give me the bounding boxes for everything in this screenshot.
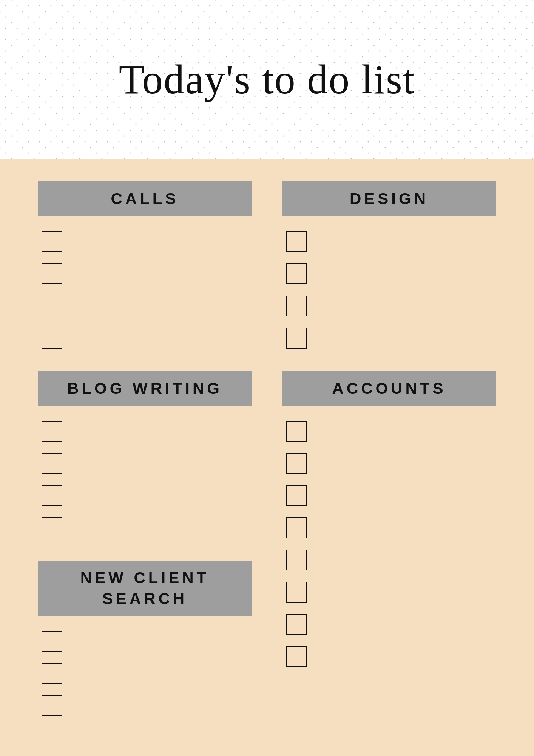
list-item: [42, 421, 252, 442]
list-item: [286, 614, 496, 635]
checkbox[interactable]: [42, 631, 62, 652]
new-client-search-header: NEW CLIENTSEARCH: [38, 561, 252, 616]
right-column: DESIGN ACCOUNTS: [282, 181, 496, 739]
blog-writing-checkboxes: [38, 421, 252, 538]
list-item: [42, 296, 252, 316]
checkbox[interactable]: [286, 421, 307, 442]
list-item: [286, 296, 496, 316]
checkbox[interactable]: [286, 231, 307, 252]
new-client-search-checkboxes: [38, 631, 252, 716]
checkbox[interactable]: [286, 646, 307, 667]
accounts-checkboxes: [282, 421, 496, 667]
list-item: [42, 695, 252, 716]
checkbox[interactable]: [286, 296, 307, 316]
main-content: CALLS BLOG WRITING: [0, 159, 534, 756]
checkbox[interactable]: [286, 263, 307, 284]
list-item: [42, 328, 252, 349]
list-item: [42, 517, 252, 538]
checkbox[interactable]: [42, 421, 62, 442]
design-header: DESIGN: [282, 181, 496, 216]
header-section: Today's to do list: [0, 0, 534, 159]
checkbox[interactable]: [286, 485, 307, 506]
list-item: [42, 631, 252, 652]
checkbox[interactable]: [42, 485, 62, 506]
checkbox[interactable]: [286, 614, 307, 635]
left-column: CALLS BLOG WRITING: [38, 181, 252, 739]
list-item: [42, 263, 252, 284]
calls-header: CALLS: [38, 181, 252, 216]
list-item: [286, 646, 496, 667]
checkbox[interactable]: [42, 517, 62, 538]
checkbox[interactable]: [286, 550, 307, 570]
checkbox[interactable]: [42, 231, 62, 252]
checkbox[interactable]: [286, 328, 307, 349]
list-item: [42, 231, 252, 252]
list-item: [286, 582, 496, 603]
list-item: [286, 328, 496, 349]
list-item: [286, 517, 496, 538]
checkbox[interactable]: [286, 582, 307, 603]
design-checkboxes: [282, 231, 496, 349]
list-item: [286, 421, 496, 442]
checkbox[interactable]: [42, 695, 62, 716]
checkbox[interactable]: [42, 263, 62, 284]
checkbox[interactable]: [42, 328, 62, 349]
list-item: [42, 453, 252, 474]
checkbox[interactable]: [42, 296, 62, 316]
list-item: [42, 663, 252, 684]
list-item: [286, 231, 496, 252]
calls-checkboxes: [38, 231, 252, 349]
list-item: [286, 263, 496, 284]
accounts-header: ACCOUNTS: [282, 371, 496, 406]
blog-writing-header: BLOG WRITING: [38, 371, 252, 406]
page-title: Today's to do list: [119, 56, 415, 104]
list-item: [286, 550, 496, 570]
list-item: [286, 485, 496, 506]
checkbox[interactable]: [42, 663, 62, 684]
list-item: [42, 485, 252, 506]
checkbox[interactable]: [286, 517, 307, 538]
checkbox[interactable]: [286, 453, 307, 474]
checkbox[interactable]: [42, 453, 62, 474]
list-item: [286, 453, 496, 474]
